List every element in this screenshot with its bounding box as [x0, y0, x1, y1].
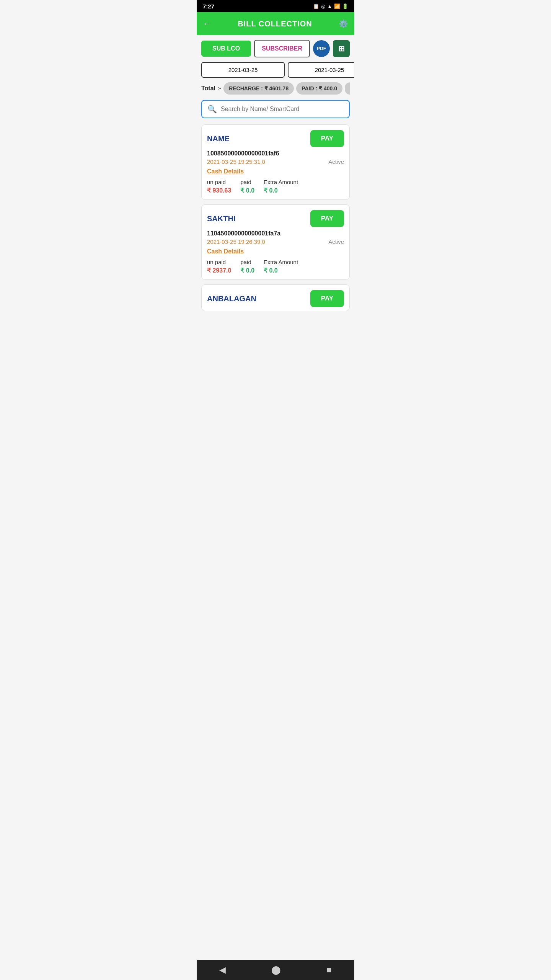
card-status-1: Active [328, 158, 344, 165]
cash-details-link-1[interactable]: Cash Details [207, 168, 244, 175]
date-row: GET [201, 62, 350, 78]
nav-recent-button[interactable]: ■ [326, 965, 331, 975]
extra-amount-2: ₹ 0.0 [264, 267, 278, 274]
sim-icon: 📋 [313, 3, 319, 9]
app-header: ← BILL COLLECTION ⚙️ [197, 12, 354, 35]
paid-label-2: paid [240, 259, 254, 265]
card-id-1: 100850000000000001faf6 [207, 150, 344, 157]
card-header-1: NAME PAY [207, 130, 344, 147]
card-name-3: ANBALAGAN [207, 294, 256, 303]
pdf-label: PDF [317, 46, 326, 51]
recharge-total: RECHARGE : ₹ 4601.78 [223, 82, 294, 95]
status-bar: 7:27 📋 ◎ ▲ 📶 🔋 [197, 0, 354, 12]
filter-icon[interactable]: ⚙️ [339, 19, 348, 28]
card-date-1: 2021-03-25 19:25:31.0 [207, 158, 265, 165]
nav-bar: ◀ ⬤ ■ [197, 960, 354, 980]
subscriber-card-1: NAME PAY 100850000000000001faf6 2021-03-… [201, 124, 350, 200]
card-date-2: 2021-03-25 19:26:39.0 [207, 238, 265, 245]
card-status-2: Active [328, 238, 344, 245]
pay-button-3[interactable]: PAY [310, 290, 344, 307]
extra-label-2: Extra Amount [264, 259, 298, 265]
search-input[interactable] [221, 106, 344, 113]
battery-icon: 🔋 [342, 3, 348, 9]
card-header-2: SAKTHI PAY [207, 210, 344, 227]
extra-col-1: Extra Amount ₹ 0.0 [264, 179, 298, 194]
pay-button-1[interactable]: PAY [310, 130, 344, 147]
search-icon: 🔍 [207, 105, 217, 114]
nav-back-button[interactable]: ◀ [219, 965, 226, 975]
main-content: SUB LCO SUBSCRIBER PDF GET Total :- RECH… [197, 35, 354, 320]
card-header-3: ANBALAGAN PAY [207, 290, 344, 307]
unpaid-col-2: un paid ₹ 2937.0 [207, 259, 231, 274]
back-button[interactable]: ← [203, 19, 211, 29]
paid-total: PAID : ₹ 400.0 [296, 82, 342, 95]
signal-icon: 📶 [334, 3, 340, 9]
paid-label-1: paid [240, 179, 254, 185]
card-name-2: SAKTHI [207, 214, 235, 223]
from-date-input[interactable] [201, 62, 285, 78]
card-date-row-1: 2021-03-25 19:25:31.0 Active [207, 158, 344, 165]
wifi-icon: ▲ [327, 3, 332, 9]
card-date-row-2: 2021-03-25 19:26:39.0 Active [207, 238, 344, 245]
unpaid-col-1: un paid ₹ 930.63 [207, 179, 231, 194]
unpaid-label-1: un paid [207, 179, 231, 185]
to-date-input[interactable] [288, 62, 354, 78]
totals-label: Total :- [201, 85, 221, 92]
unpaid-total: UNPAID : ₹ [345, 82, 350, 95]
pdf-export-button[interactable]: PDF [313, 40, 330, 57]
sub-lco-tab[interactable]: SUB LCO [201, 41, 251, 57]
extra-label-1: Extra Amount [264, 179, 298, 185]
unpaid-amount-1: ₹ 930.63 [207, 187, 231, 194]
cash-details-link-2[interactable]: Cash Details [207, 248, 244, 255]
unpaid-label-2: un paid [207, 259, 231, 265]
paid-amount-2: ₹ 0.0 [240, 267, 254, 274]
pay-button-2[interactable]: PAY [310, 210, 344, 227]
status-time: 7:27 [203, 3, 214, 10]
page-title: BILL COLLECTION [238, 20, 312, 28]
extra-col-2: Extra Amount ₹ 0.0 [264, 259, 298, 274]
nav-home-button[interactable]: ⬤ [271, 965, 281, 975]
paid-col-1: paid ₹ 0.0 [240, 179, 254, 194]
totals-row: Total :- RECHARGE : ₹ 4601.78 PAID : ₹ 4… [201, 82, 350, 95]
cash-details-table-1: un paid ₹ 930.63 paid ₹ 0.0 Extra Amount… [207, 179, 344, 194]
status-icons: 📋 ◎ ▲ 📶 🔋 [313, 3, 348, 9]
subscriber-tab[interactable]: SUBSCRIBER [254, 40, 310, 57]
search-container: 🔍 [201, 100, 350, 118]
extra-amount-1: ₹ 0.0 [264, 187, 278, 194]
card-name-1: NAME [207, 134, 230, 143]
card-id-2: 110450000000000001fa7a [207, 230, 344, 237]
notification-icon: ◎ [321, 3, 325, 9]
tab-row: SUB LCO SUBSCRIBER PDF [201, 40, 350, 57]
unpaid-amount-2: ₹ 2937.0 [207, 267, 231, 274]
subscriber-card-2: SAKTHI PAY 110450000000000001fa7a 2021-0… [201, 204, 350, 280]
excel-export-button[interactable] [333, 40, 350, 57]
paid-amount-1: ₹ 0.0 [240, 187, 254, 194]
subscriber-card-3: ANBALAGAN PAY [201, 284, 350, 311]
paid-col-2: paid ₹ 0.0 [240, 259, 254, 274]
cash-details-table-2: un paid ₹ 2937.0 paid ₹ 0.0 Extra Amount… [207, 259, 344, 274]
